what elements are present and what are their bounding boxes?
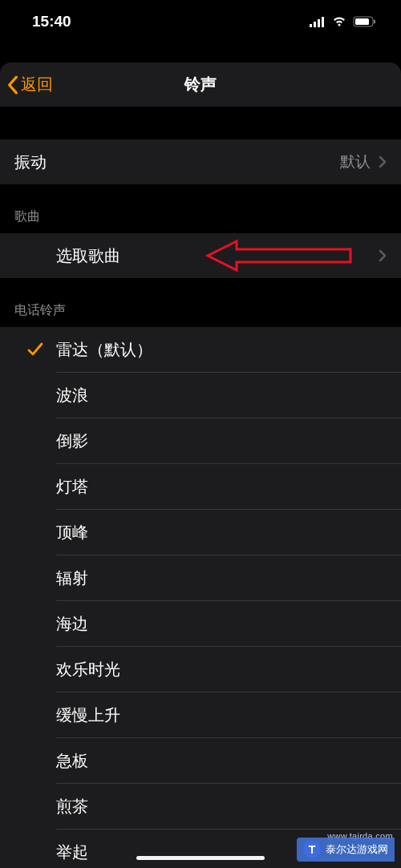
svg-rect-2 — [318, 19, 320, 27]
ringtone-label: 急板 — [56, 750, 88, 772]
pick-song-label: 选取歌曲 — [56, 245, 379, 267]
vibration-value: 默认 — [340, 151, 371, 172]
back-button[interactable]: 返回 — [0, 74, 53, 95]
watermark-logo-icon: T — [303, 841, 321, 858]
svg-rect-0 — [310, 24, 312, 27]
ringtone-row[interactable]: 雷达（默认） — [0, 327, 401, 372]
status-bar: 15:40 — [0, 0, 401, 43]
ringtone-label: 倒影 — [56, 430, 88, 452]
status-indicators — [310, 16, 377, 27]
ringtone-row[interactable]: 急板 — [0, 738, 401, 783]
spacer — [0, 107, 401, 139]
ringtones-section-header: 电话铃声 — [0, 278, 401, 327]
ringtone-row[interactable]: 波浪 — [0, 373, 401, 418]
ringtone-row[interactable]: 倒影 — [0, 418, 401, 463]
svg-rect-1 — [314, 22, 316, 27]
page-title: 铃声 — [184, 74, 217, 95]
svg-rect-3 — [322, 17, 324, 27]
ringtone-row[interactable]: 缓慢上升 — [0, 692, 401, 737]
pick-song-row[interactable]: 选取歌曲 — [0, 233, 401, 278]
vibration-row[interactable]: 振动 默认 — [0, 139, 401, 184]
songs-section-header: 歌曲 — [0, 184, 401, 233]
ringtone-row[interactable]: 煎茶 — [0, 784, 401, 829]
checkmark-icon — [14, 341, 56, 358]
ringtone-label: 灯塔 — [56, 476, 88, 498]
ringtone-row[interactable]: 顶峰 — [0, 510, 401, 555]
back-label: 返回 — [21, 74, 53, 95]
chevron-right-icon — [379, 249, 387, 262]
ringtone-label: 辐射 — [56, 567, 88, 589]
ringtone-row[interactable]: 欢乐时光 — [0, 647, 401, 692]
chevron-right-icon — [379, 155, 387, 168]
cellular-icon — [310, 16, 326, 27]
ringtone-label: 缓慢上升 — [56, 704, 120, 726]
ringtone-label: 举起 — [56, 842, 88, 863]
ringtone-label: 雷达（默认） — [56, 339, 152, 361]
settings-sheet: 返回 铃声 振动 默认 歌曲 选取歌曲 电话铃声 雷达（默认）波浪倒影灯塔顶峰辐… — [0, 63, 401, 868]
home-indicator[interactable] — [136, 856, 265, 860]
ringtone-label: 顶峰 — [56, 522, 88, 543]
nav-bar: 返回 铃声 — [0, 63, 401, 107]
ringtone-label: 欢乐时光 — [56, 659, 120, 680]
ringtone-row[interactable]: 辐射 — [0, 555, 401, 600]
ringtone-row[interactable]: 海边 — [0, 601, 401, 646]
ringtone-list: 雷达（默认）波浪倒影灯塔顶峰辐射海边欢乐时光缓慢上升急板煎茶举起 — [0, 327, 401, 868]
svg-rect-6 — [374, 20, 375, 24]
wifi-icon — [331, 16, 347, 27]
vibration-label: 振动 — [14, 151, 340, 173]
watermark: T 泰尔达游戏网 — [297, 838, 395, 862]
battery-icon — [353, 16, 377, 27]
ringtone-row[interactable]: 灯塔 — [0, 464, 401, 509]
chevron-left-icon — [6, 75, 19, 95]
svg-rect-5 — [355, 18, 369, 25]
status-time: 15:40 — [32, 13, 71, 30]
ringtone-label: 煎茶 — [56, 796, 88, 818]
ringtone-label: 海边 — [56, 613, 88, 635]
watermark-text: 泰尔达游戏网 — [326, 842, 388, 857]
ringtone-label: 波浪 — [56, 385, 88, 406]
